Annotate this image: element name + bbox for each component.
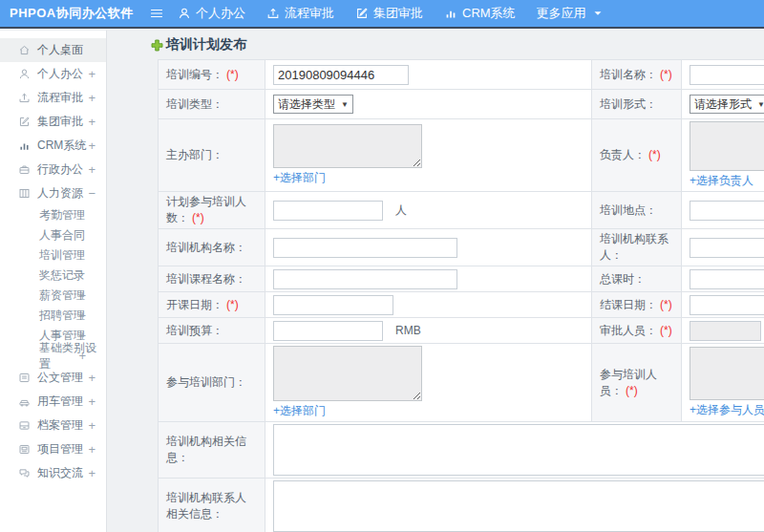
field-label: 培训机构相关信息：	[166, 435, 246, 464]
sidebar-item-label: 行政办公	[37, 161, 83, 178]
field-label: 结课日期：	[600, 298, 657, 311]
expand-plus-icon[interactable]: +	[78, 350, 86, 362]
sidebar-item-label: 个人办公	[37, 66, 83, 82]
nav-item-label: 流程审批	[285, 5, 334, 22]
table-row: 培训机构相关信息：	[159, 422, 764, 479]
nav-item-more-apps[interactable]: 更多应用	[537, 5, 605, 22]
nav-item-personal-office[interactable]: 个人办公	[178, 5, 245, 22]
sidebar-item-label: 培训管理	[39, 247, 85, 264]
sidebar-item-hr[interactable]: 人力资源−	[0, 181, 106, 205]
training-no-input[interactable]	[273, 65, 409, 85]
plan-count-input[interactable]	[273, 201, 383, 221]
selected-option: 请选择类型	[278, 96, 335, 113]
table-row: 培训机构联系人相关信息：	[159, 479, 764, 532]
expand-plus-icon[interactable]: +	[88, 419, 96, 432]
sidebar-item-desktop[interactable]: 个人桌面	[0, 38, 106, 62]
sidebar-item-label: 流程审批	[37, 90, 83, 106]
expand-plus-icon[interactable]: +	[88, 467, 96, 479]
table-row: 参与培训部门： +选择部门 参与培训人员：(*) +选择参与人员	[159, 344, 764, 422]
archive-icon	[18, 419, 31, 432]
sidebar-item-recruit[interactable]: 招聘管理+	[0, 306, 106, 326]
expand-plus-icon[interactable]: +	[88, 443, 96, 456]
budget-input[interactable]	[273, 321, 383, 341]
leader-picker[interactable]	[690, 121, 764, 171]
select-dept-link[interactable]: +选择部门	[273, 403, 326, 419]
page-title-bar: 培训计划发布	[108, 31, 764, 59]
host-dept-picker[interactable]	[273, 124, 422, 168]
field-label: 主办部门：	[166, 148, 223, 161]
sidebar-item-label: 用车管理	[37, 394, 83, 410]
sidebar-item-document[interactable]: 公文管理+	[0, 366, 106, 390]
field-label: 培训类型：	[166, 97, 223, 111]
table-row: 计划参与培训人数：(*) 人 培训地点：	[159, 192, 764, 229]
form-table: 培训编号：(*) 培训名称：(*) 培训类型： 请选择类型▼ 培训形式： 请选择…	[158, 59, 764, 532]
sidebar-item-flow[interactable]: 流程审批+	[0, 86, 106, 110]
field-label: 培训名称：	[600, 68, 657, 81]
org-contact-input[interactable]	[690, 238, 764, 258]
sidebar-item-basic-cat[interactable]: 基础类别设置+	[0, 346, 106, 366]
sidebar-item-group[interactable]: 集团审批+	[0, 110, 106, 134]
part-dept-picker[interactable]	[273, 346, 422, 401]
nav-item-flow-approval[interactable]: 流程审批	[266, 5, 334, 22]
field-label: 参与培训部门：	[166, 375, 246, 389]
user-icon	[18, 68, 31, 80]
sidebar-item-personal[interactable]: 个人办公+	[0, 62, 106, 86]
field-label: 培训形式：	[600, 97, 657, 111]
sidebar-item-label: CRM系统	[37, 138, 86, 154]
nav-item-group-approval[interactable]: 集团审批	[355, 5, 423, 22]
training-form-select[interactable]: 请选择形式▼	[690, 95, 764, 114]
training-type-select[interactable]: 请选择类型▼	[273, 95, 353, 114]
sidebar-item-label: 档案管理	[37, 417, 83, 434]
edit-icon	[355, 7, 369, 20]
app-logo: PHPOA协同办公软件	[0, 5, 141, 22]
org-contact-info-textarea[interactable]	[273, 480, 764, 532]
training-name-input[interactable]	[690, 65, 764, 85]
sidebar-item-contract[interactable]: 人事合同	[0, 225, 106, 245]
approver-input[interactable]	[690, 321, 761, 341]
sidebar-item-crm[interactable]: CRM系统+	[0, 134, 106, 158]
location-input[interactable]	[690, 201, 764, 221]
start-date-input[interactable]	[273, 295, 393, 315]
table-row: 主办部门： +选择部门 负责人：(*) +选择负责人	[159, 119, 764, 192]
required-mark: (*)	[226, 68, 239, 81]
car-icon	[18, 395, 31, 408]
expand-plus-icon[interactable]: +	[88, 139, 96, 152]
sidebar-item-salary[interactable]: 薪资管理+	[0, 286, 106, 306]
sidebar-item-training[interactable]: 培训管理	[0, 245, 106, 266]
top-header: PHPOA协同办公软件 个人办公流程审批集团审批CRM系统更多应用	[0, 0, 764, 29]
org-info-textarea[interactable]	[273, 424, 764, 476]
menu-icon[interactable]	[149, 6, 164, 21]
expand-plus-icon[interactable]: +	[88, 372, 96, 384]
collapse-minus-icon[interactable]: −	[88, 187, 96, 200]
required-mark: (*)	[660, 68, 672, 81]
sidebar-item-rewards[interactable]: 奖惩记录	[0, 266, 106, 286]
course-name-input[interactable]	[273, 269, 457, 289]
select-participants-link[interactable]: +选择参与人员	[690, 402, 764, 418]
expand-plus-icon[interactable]: +	[88, 68, 96, 80]
required-mark: (*)	[660, 324, 672, 337]
sidebar-item-project[interactable]: 项目管理+	[0, 437, 106, 461]
table-row: 培训课程名称： 总课时：	[159, 266, 764, 292]
select-leader-link[interactable]: +选择负责人	[690, 173, 753, 189]
sidebar-item-archive[interactable]: 档案管理+	[0, 414, 106, 437]
select-dept-link[interactable]: +选择部门	[273, 170, 326, 186]
sidebar-item-attendance[interactable]: 考勤管理	[0, 205, 106, 225]
expand-plus-icon[interactable]: +	[88, 92, 96, 104]
org-name-input[interactable]	[273, 238, 457, 258]
expand-plus-icon[interactable]: +	[78, 289, 86, 302]
required-mark: (*)	[660, 298, 672, 311]
sidebar-item-label: 集团审批	[37, 114, 83, 130]
required-mark: (*)	[192, 211, 204, 224]
expand-plus-icon[interactable]: +	[88, 163, 96, 176]
total-hours-input[interactable]	[690, 269, 764, 289]
expand-plus-icon[interactable]: +	[88, 116, 96, 128]
end-date-input[interactable]	[690, 295, 764, 315]
expand-plus-icon[interactable]: +	[78, 309, 86, 322]
flow-icon	[266, 7, 280, 20]
sidebar-item-vehicle[interactable]: 用车管理+	[0, 390, 106, 414]
participants-picker[interactable]	[690, 347, 764, 400]
nav-item-crm-system[interactable]: CRM系统	[444, 5, 516, 22]
sidebar-item-knowledge[interactable]: 知识交流+	[0, 461, 106, 485]
expand-plus-icon[interactable]: +	[88, 395, 96, 408]
sidebar-item-admin[interactable]: 行政办公+	[0, 158, 106, 181]
